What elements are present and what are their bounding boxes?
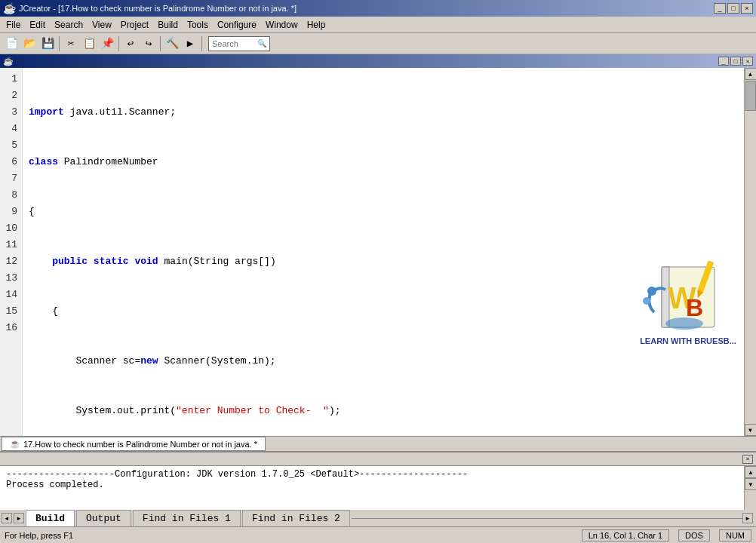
- open-button[interactable]: 📂: [21, 35, 38, 52]
- inner-title-left: ☕: [3, 57, 14, 66]
- inner-minimize-button[interactable]: _: [718, 57, 729, 66]
- svg-point-6: [665, 318, 703, 330]
- nav-right-end-arrow[interactable]: ►: [742, 513, 753, 523]
- search-icon: 🔍: [257, 39, 266, 48]
- menu-file[interactable]: File: [2, 18, 25, 32]
- line-num: 15: [5, 303, 17, 320]
- editor[interactable]: 1 2 3 4 5 6 7 8 9 10 11 12 13 14 15 16 i…: [0, 68, 756, 436]
- separator-2: [118, 36, 119, 51]
- svg-text:B: B: [686, 294, 703, 321]
- output-process-line: Process completed.: [6, 480, 738, 490]
- menu-edit[interactable]: Edit: [25, 18, 50, 32]
- maximize-button[interactable]: □: [727, 3, 739, 14]
- logo-text: LEARN WITH BRUESB...: [640, 336, 736, 345]
- inner-restore-button[interactable]: □: [730, 57, 741, 66]
- line-num: 5: [5, 137, 17, 154]
- status-position: Ln 16, Col 1, Char 1: [582, 529, 669, 541]
- new-button[interactable]: 📄: [3, 35, 20, 52]
- inner-close-button[interactable]: ×: [742, 57, 753, 66]
- tab-find-in-files-1[interactable]: Find in Files 1: [133, 510, 241, 526]
- inner-title-controls: _ □ ×: [718, 57, 753, 66]
- app-icon: ☕: [3, 2, 16, 14]
- output-row: --------------------Configuration: JDK v…: [0, 466, 756, 510]
- line-num: 8: [5, 187, 17, 204]
- menu-tools[interactable]: Tools: [183, 18, 213, 32]
- run-button[interactable]: ▶: [182, 35, 198, 52]
- tab-output[interactable]: Output: [76, 510, 131, 526]
- output-scroll-up[interactable]: ▲: [745, 466, 756, 478]
- menu-help[interactable]: Help: [303, 18, 330, 32]
- search-box[interactable]: 🔍: [208, 36, 270, 51]
- line-num: 14: [5, 287, 17, 303]
- line-num: 11: [5, 237, 17, 253]
- code-line-6: Scanner sc=new Scanner(System.in);: [29, 353, 738, 370]
- line-num: 10: [5, 220, 17, 237]
- minimize-button[interactable]: _: [714, 3, 726, 14]
- line-num: 16: [5, 320, 17, 336]
- inner-title-bar: ☕ _ □ ×: [0, 54, 756, 68]
- line-num: 7: [5, 170, 17, 187]
- window-title: JCreator - [17.How to check number is Pa…: [19, 4, 297, 13]
- logo-area: W B LEARN WITH BRUESB...: [628, 240, 748, 345]
- output-panel: × --------------------Configuration: JDK…: [0, 451, 756, 526]
- close-button[interactable]: ×: [741, 3, 753, 14]
- line-num: 12: [5, 253, 17, 270]
- line-num: 1: [5, 71, 17, 87]
- tab-output-label: Output: [86, 513, 121, 524]
- code-line-2: class PalindromeNumber: [29, 154, 738, 170]
- menu-search[interactable]: Search: [50, 18, 88, 32]
- output-content: --------------------Configuration: JDK v…: [0, 466, 744, 510]
- separator-3: [160, 36, 161, 51]
- output-scrollbar[interactable]: ▲ ▼: [744, 466, 756, 510]
- tab-find2-label: Find in Files 2: [252, 513, 340, 524]
- file-tab-active[interactable]: ☕ 17.How to check number is Palindrome N…: [2, 437, 266, 451]
- build-button[interactable]: 🔨: [164, 35, 180, 52]
- menu-build[interactable]: Build: [153, 18, 183, 32]
- main-area: 1 2 3 4 5 6 7 8 9 10 11 12 13 14 15 16 i…: [0, 68, 756, 436]
- output-config-line: --------------------Configuration: JDK v…: [6, 469, 738, 480]
- output-close-button[interactable]: ×: [742, 455, 753, 464]
- line-num: 4: [5, 121, 17, 137]
- code-line-7: System.out.print("enter Number to Check-…: [29, 403, 738, 419]
- nav-left-arrow[interactable]: ◄: [2, 513, 12, 523]
- undo-button[interactable]: ↩: [122, 35, 139, 52]
- svg-point-8: [643, 297, 650, 305]
- title-bar: ☕ JCreator - [17.How to check number is …: [0, 0, 756, 17]
- scroll-up-arrow[interactable]: ▲: [745, 68, 757, 80]
- bottom-nav: ◄ ► Build Output Find in Files 1 Find in…: [0, 510, 756, 526]
- save-button[interactable]: 💾: [39, 35, 56, 52]
- line-num: 3: [5, 104, 17, 121]
- code-line-3: {: [29, 204, 738, 220]
- tab-find1-label: Find in Files 1: [143, 513, 231, 524]
- output-close-bar: ×: [0, 452, 756, 466]
- logo-graphic: W B: [639, 252, 737, 335]
- menu-view[interactable]: View: [88, 18, 116, 32]
- line-num: 9: [5, 204, 17, 220]
- line-numbers: 1 2 3 4 5 6 7 8 9 10 11 12 13 14 15 16: [0, 68, 23, 436]
- title-bar-controls: _ □ ×: [714, 3, 753, 14]
- code-line-1: import java.util.Scanner;: [29, 104, 738, 121]
- tab-find-in-files-2[interactable]: Find in Files 2: [242, 510, 350, 526]
- status-dos: DOS: [678, 529, 710, 541]
- line-num: 2: [5, 87, 17, 104]
- output-scroll-down[interactable]: ▼: [745, 478, 756, 490]
- nav-right-arrow[interactable]: ►: [14, 513, 24, 523]
- status-help-text: For Help, press F1: [5, 531, 73, 540]
- separator-4: [201, 36, 202, 51]
- scroll-thumb[interactable]: [745, 81, 756, 111]
- inner-app-icon: ☕: [3, 57, 14, 66]
- search-input[interactable]: [212, 39, 257, 48]
- menu-project[interactable]: Project: [116, 18, 153, 32]
- menu-window[interactable]: Window: [261, 18, 303, 32]
- redo-button[interactable]: ↪: [140, 35, 157, 52]
- status-num: NUM: [719, 529, 751, 541]
- menu-configure[interactable]: Configure: [213, 18, 261, 32]
- copy-button[interactable]: 📋: [81, 35, 97, 52]
- scroll-down-arrow[interactable]: ▼: [745, 424, 757, 436]
- cut-button[interactable]: ✂: [63, 35, 79, 52]
- line-num: 13: [5, 270, 17, 287]
- file-tab-icon: ☕: [10, 439, 20, 449]
- tab-build[interactable]: Build: [26, 510, 75, 526]
- paste-button[interactable]: 📌: [99, 35, 115, 52]
- svg-point-7: [647, 287, 656, 296]
